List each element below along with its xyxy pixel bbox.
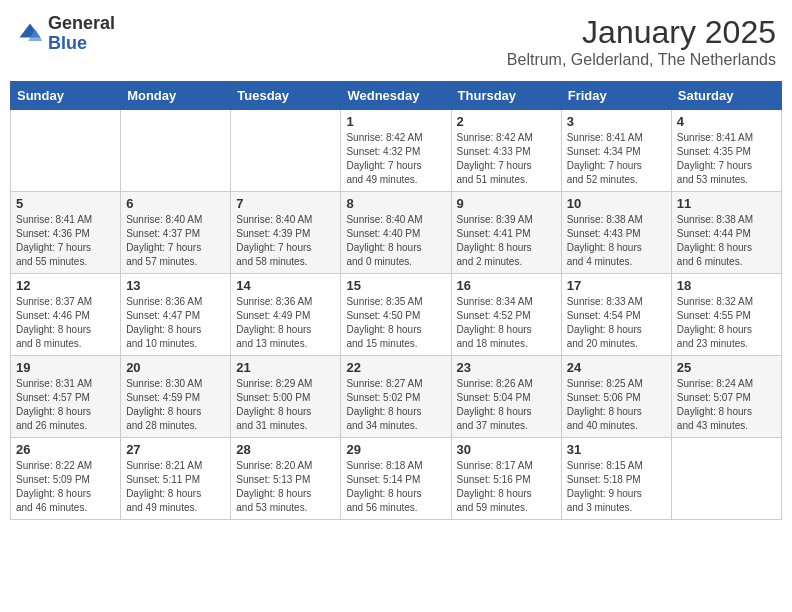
day-info: Sunrise: 8:15 AM Sunset: 5:18 PM Dayligh… [567,459,666,515]
day-number: 17 [567,278,666,293]
day-number: 30 [457,442,556,457]
weekday-header-row: SundayMondayTuesdayWednesdayThursdayFrid… [11,82,782,110]
weekday-header: Saturday [671,82,781,110]
weekday-header: Monday [121,82,231,110]
day-number: 26 [16,442,115,457]
calendar-cell: 31Sunrise: 8:15 AM Sunset: 5:18 PM Dayli… [561,438,671,520]
title-block: January 2025 Beltrum, Gelderland, The Ne… [507,14,776,69]
calendar-cell: 19Sunrise: 8:31 AM Sunset: 4:57 PM Dayli… [11,356,121,438]
logo-icon [16,20,44,48]
day-info: Sunrise: 8:41 AM Sunset: 4:34 PM Dayligh… [567,131,666,187]
calendar-cell: 16Sunrise: 8:34 AM Sunset: 4:52 PM Dayli… [451,274,561,356]
day-number: 29 [346,442,445,457]
day-info: Sunrise: 8:38 AM Sunset: 4:43 PM Dayligh… [567,213,666,269]
calendar-cell: 17Sunrise: 8:33 AM Sunset: 4:54 PM Dayli… [561,274,671,356]
day-info: Sunrise: 8:36 AM Sunset: 4:47 PM Dayligh… [126,295,225,351]
calendar-cell: 20Sunrise: 8:30 AM Sunset: 4:59 PM Dayli… [121,356,231,438]
calendar-cell: 15Sunrise: 8:35 AM Sunset: 4:50 PM Dayli… [341,274,451,356]
day-info: Sunrise: 8:33 AM Sunset: 4:54 PM Dayligh… [567,295,666,351]
calendar-cell [231,110,341,192]
calendar-subtitle: Beltrum, Gelderland, The Netherlands [507,51,776,69]
logo-general-text: General [48,14,115,34]
weekday-header: Sunday [11,82,121,110]
day-number: 11 [677,196,776,211]
day-info: Sunrise: 8:32 AM Sunset: 4:55 PM Dayligh… [677,295,776,351]
calendar-cell: 4Sunrise: 8:41 AM Sunset: 4:35 PM Daylig… [671,110,781,192]
calendar-title: January 2025 [507,14,776,51]
day-info: Sunrise: 8:30 AM Sunset: 4:59 PM Dayligh… [126,377,225,433]
day-info: Sunrise: 8:25 AM Sunset: 5:06 PM Dayligh… [567,377,666,433]
day-info: Sunrise: 8:31 AM Sunset: 4:57 PM Dayligh… [16,377,115,433]
day-number: 21 [236,360,335,375]
day-info: Sunrise: 8:34 AM Sunset: 4:52 PM Dayligh… [457,295,556,351]
calendar-week-row: 26Sunrise: 8:22 AM Sunset: 5:09 PM Dayli… [11,438,782,520]
calendar-cell [11,110,121,192]
calendar-week-row: 5Sunrise: 8:41 AM Sunset: 4:36 PM Daylig… [11,192,782,274]
day-number: 7 [236,196,335,211]
page-header: General Blue January 2025 Beltrum, Gelde… [10,10,782,73]
day-number: 27 [126,442,225,457]
calendar-cell: 27Sunrise: 8:21 AM Sunset: 5:11 PM Dayli… [121,438,231,520]
calendar-cell: 8Sunrise: 8:40 AM Sunset: 4:40 PM Daylig… [341,192,451,274]
day-info: Sunrise: 8:27 AM Sunset: 5:02 PM Dayligh… [346,377,445,433]
calendar-cell: 28Sunrise: 8:20 AM Sunset: 5:13 PM Dayli… [231,438,341,520]
calendar-cell: 13Sunrise: 8:36 AM Sunset: 4:47 PM Dayli… [121,274,231,356]
day-number: 2 [457,114,556,129]
day-number: 14 [236,278,335,293]
day-info: Sunrise: 8:22 AM Sunset: 5:09 PM Dayligh… [16,459,115,515]
calendar-week-row: 12Sunrise: 8:37 AM Sunset: 4:46 PM Dayli… [11,274,782,356]
calendar-cell: 22Sunrise: 8:27 AM Sunset: 5:02 PM Dayli… [341,356,451,438]
calendar-week-row: 19Sunrise: 8:31 AM Sunset: 4:57 PM Dayli… [11,356,782,438]
calendar-cell: 5Sunrise: 8:41 AM Sunset: 4:36 PM Daylig… [11,192,121,274]
logo-blue-text: Blue [48,34,115,54]
day-number: 4 [677,114,776,129]
day-number: 24 [567,360,666,375]
day-info: Sunrise: 8:40 AM Sunset: 4:39 PM Dayligh… [236,213,335,269]
calendar-cell: 18Sunrise: 8:32 AM Sunset: 4:55 PM Dayli… [671,274,781,356]
day-number: 28 [236,442,335,457]
day-info: Sunrise: 8:42 AM Sunset: 4:32 PM Dayligh… [346,131,445,187]
day-number: 18 [677,278,776,293]
day-info: Sunrise: 8:40 AM Sunset: 4:40 PM Dayligh… [346,213,445,269]
day-info: Sunrise: 8:17 AM Sunset: 5:16 PM Dayligh… [457,459,556,515]
day-number: 20 [126,360,225,375]
calendar-cell: 7Sunrise: 8:40 AM Sunset: 4:39 PM Daylig… [231,192,341,274]
calendar-cell: 3Sunrise: 8:41 AM Sunset: 4:34 PM Daylig… [561,110,671,192]
day-number: 31 [567,442,666,457]
day-number: 3 [567,114,666,129]
day-number: 19 [16,360,115,375]
day-number: 12 [16,278,115,293]
day-number: 5 [16,196,115,211]
calendar-cell: 2Sunrise: 8:42 AM Sunset: 4:33 PM Daylig… [451,110,561,192]
day-info: Sunrise: 8:38 AM Sunset: 4:44 PM Dayligh… [677,213,776,269]
calendar-cell: 24Sunrise: 8:25 AM Sunset: 5:06 PM Dayli… [561,356,671,438]
day-info: Sunrise: 8:26 AM Sunset: 5:04 PM Dayligh… [457,377,556,433]
day-number: 23 [457,360,556,375]
day-info: Sunrise: 8:35 AM Sunset: 4:50 PM Dayligh… [346,295,445,351]
calendar-cell: 25Sunrise: 8:24 AM Sunset: 5:07 PM Dayli… [671,356,781,438]
day-info: Sunrise: 8:36 AM Sunset: 4:49 PM Dayligh… [236,295,335,351]
weekday-header: Tuesday [231,82,341,110]
day-info: Sunrise: 8:41 AM Sunset: 4:36 PM Dayligh… [16,213,115,269]
logo: General Blue [16,14,115,54]
day-info: Sunrise: 8:24 AM Sunset: 5:07 PM Dayligh… [677,377,776,433]
day-number: 1 [346,114,445,129]
calendar-cell: 21Sunrise: 8:29 AM Sunset: 5:00 PM Dayli… [231,356,341,438]
day-info: Sunrise: 8:39 AM Sunset: 4:41 PM Dayligh… [457,213,556,269]
day-number: 22 [346,360,445,375]
day-info: Sunrise: 8:20 AM Sunset: 5:13 PM Dayligh… [236,459,335,515]
calendar-cell: 14Sunrise: 8:36 AM Sunset: 4:49 PM Dayli… [231,274,341,356]
calendar-cell: 12Sunrise: 8:37 AM Sunset: 4:46 PM Dayli… [11,274,121,356]
day-info: Sunrise: 8:29 AM Sunset: 5:00 PM Dayligh… [236,377,335,433]
calendar-cell: 23Sunrise: 8:26 AM Sunset: 5:04 PM Dayli… [451,356,561,438]
weekday-header: Wednesday [341,82,451,110]
calendar-cell: 26Sunrise: 8:22 AM Sunset: 5:09 PM Dayli… [11,438,121,520]
day-number: 6 [126,196,225,211]
calendar-cell: 11Sunrise: 8:38 AM Sunset: 4:44 PM Dayli… [671,192,781,274]
day-info: Sunrise: 8:42 AM Sunset: 4:33 PM Dayligh… [457,131,556,187]
day-number: 15 [346,278,445,293]
calendar-cell: 1Sunrise: 8:42 AM Sunset: 4:32 PM Daylig… [341,110,451,192]
day-number: 16 [457,278,556,293]
day-number: 25 [677,360,776,375]
day-number: 13 [126,278,225,293]
